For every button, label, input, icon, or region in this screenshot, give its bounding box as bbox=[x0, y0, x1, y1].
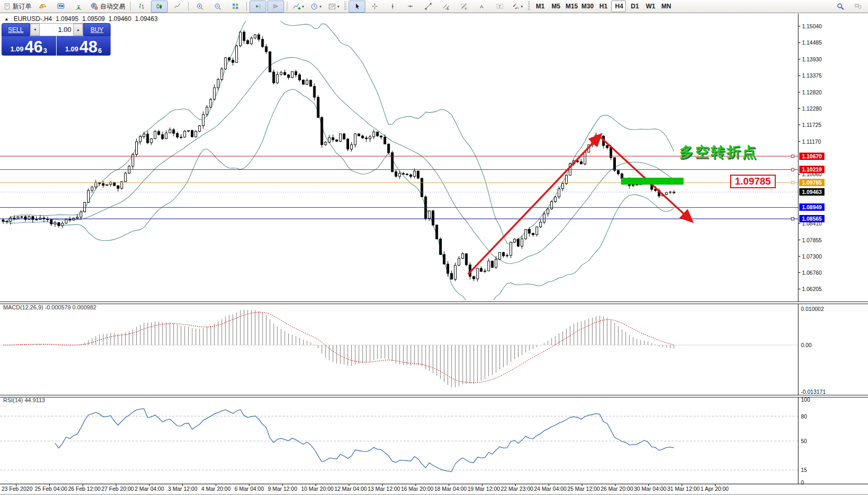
price-callout-label[interactable]: 1.09785 bbox=[730, 175, 776, 188]
strategy-tester-button[interactable] bbox=[52, 1, 69, 13]
sell-price-big: 46 bbox=[25, 40, 42, 55]
autotrading-icon bbox=[90, 2, 99, 10]
ohlc-high: 1.09509 bbox=[82, 15, 105, 23]
dropdown-caret-icon[interactable]: ▾ bbox=[319, 4, 321, 9]
indicators-button[interactable]: ▾ bbox=[290, 1, 307, 13]
dropdown-caret-icon[interactable]: ▾ bbox=[520, 4, 523, 9]
chart-window: ▲ EURUSD-,H4 1.09495 1.09509 1.09460 1.0… bbox=[0, 14, 868, 495]
price-axis-tick: 1.11170 bbox=[802, 138, 821, 145]
buy-price-big: 48 bbox=[80, 40, 97, 55]
rsi-pane-separator[interactable] bbox=[0, 395, 868, 397]
time-axis-label: 18 Mar 04:00 bbox=[435, 486, 467, 492]
time-axis-label: 24 Mar 04:00 bbox=[534, 486, 567, 492]
shift-icon bbox=[272, 3, 279, 10]
arrows-button[interactable]: ▾ bbox=[509, 1, 526, 13]
zoom-in-button[interactable] bbox=[191, 1, 208, 13]
linechart-icon bbox=[173, 3, 181, 10]
trendline-button[interactable] bbox=[420, 1, 437, 13]
candlestick-button[interactable] bbox=[151, 1, 168, 13]
volume-increase-button[interactable]: ▲ bbox=[73, 24, 83, 36]
text-label-button[interactable]: T bbox=[491, 1, 508, 13]
fibonacci-button[interactable]: F bbox=[455, 1, 472, 13]
timeframe-h1-button[interactable]: H1 bbox=[595, 1, 610, 12]
tile-windows-button[interactable] bbox=[227, 1, 244, 13]
chart-canvas[interactable] bbox=[0, 14, 868, 495]
chart-shift-button[interactable] bbox=[267, 1, 284, 13]
time-axis-label: 31 Mar 12:00 bbox=[667, 486, 700, 492]
vline-button[interactable] bbox=[384, 1, 401, 13]
ohlc-low: 1.09460 bbox=[108, 15, 131, 23]
autotrading-button[interactable]: 自动交易 bbox=[88, 1, 127, 13]
highlight-rectangle[interactable] bbox=[621, 178, 683, 185]
metaeditor-button[interactable] bbox=[35, 1, 51, 13]
zoom-out-button[interactable] bbox=[209, 1, 226, 13]
text-button[interactable]: A bbox=[473, 1, 490, 13]
volume-input[interactable] bbox=[40, 24, 73, 36]
macd-pane-separator[interactable] bbox=[0, 302, 868, 304]
auto-scroll-button[interactable] bbox=[249, 1, 266, 13]
trendline-icon bbox=[425, 3, 432, 10]
timeframe-m15-button[interactable]: M15 bbox=[563, 1, 578, 12]
channel-icon: E bbox=[442, 3, 450, 10]
templates-button[interactable]: ▾ bbox=[326, 1, 342, 13]
time-axis-label: 26 Mar 20:00 bbox=[601, 486, 633, 492]
price-tag: 1.09463 bbox=[799, 188, 824, 196]
time-axis-label: 23 Feb 2020 bbox=[2, 486, 32, 492]
search-button[interactable] bbox=[832, 1, 849, 13]
time-axis-label: 6 Mar 04:00 bbox=[235, 486, 264, 492]
gold-icon bbox=[39, 2, 47, 10]
toolbar-separator bbox=[130, 2, 131, 11]
time-axis-label: 16 Mar 20:00 bbox=[401, 486, 433, 492]
volume-stepper: ▼ ▲ bbox=[30, 23, 83, 36]
doc-icon bbox=[4, 3, 11, 10]
collapse-panel-icon[interactable]: ▲ bbox=[4, 16, 9, 21]
symbol-period-label: EURUSD-,H4 bbox=[14, 15, 52, 23]
equidistant-channel-button[interactable]: E bbox=[438, 1, 454, 13]
timeframe-h4-button[interactable]: H4 bbox=[611, 1, 626, 12]
price-axis-tick: 1.14485 bbox=[802, 39, 822, 46]
sell-price-button[interactable]: 1.09 46 3 bbox=[2, 36, 56, 56]
macd-scale-zero: 0.00 bbox=[801, 342, 811, 348]
crosshair-icon bbox=[371, 3, 378, 10]
chat-button[interactable] bbox=[850, 1, 866, 13]
dropdown-caret-icon[interactable]: ▾ bbox=[302, 4, 304, 9]
indicator-icon bbox=[292, 2, 301, 10]
timeframe-m15-button-label: M15 bbox=[566, 3, 578, 10]
mt4-window: 新订单自动交易▾▾▾EFAT▾M1M5M15M30H1H4D1W1MN ▲ EU… bbox=[0, 0, 868, 495]
timeframe-d1-button[interactable]: D1 bbox=[627, 1, 642, 12]
search-icon bbox=[837, 3, 844, 10]
time-axis-label: 1 Apr 20:00 bbox=[701, 486, 729, 492]
timeframe-m30-button[interactable]: M30 bbox=[579, 1, 594, 12]
buy-button[interactable]: BUY bbox=[83, 23, 111, 36]
macd-scale-top: 0.010002 bbox=[801, 306, 824, 312]
price-axis-tick: 1.13375 bbox=[802, 72, 822, 79]
zoomin-icon bbox=[196, 3, 204, 10]
periods-button[interactable]: ▾ bbox=[308, 1, 324, 13]
timeframe-w1-button[interactable]: W1 bbox=[643, 1, 657, 12]
crosshair-button[interactable] bbox=[366, 1, 383, 13]
toolbar-separator bbox=[287, 2, 287, 11]
line-chart-button[interactable] bbox=[169, 1, 186, 13]
volume-decrease-button[interactable]: ▼ bbox=[30, 24, 40, 36]
bar-chart-button[interactable] bbox=[133, 1, 150, 13]
rsi-scale-label: 50 bbox=[801, 438, 807, 444]
tester-icon bbox=[57, 2, 65, 10]
new-order-button-label: 新订单 bbox=[13, 2, 31, 11]
timeframe-h4-button-label: H4 bbox=[615, 3, 623, 10]
buy-price-button[interactable]: 1.09 48 6 bbox=[57, 36, 111, 56]
price-axis-tick: 1.06760 bbox=[802, 270, 822, 276]
dropdown-caret-icon[interactable]: ▾ bbox=[337, 4, 339, 9]
cursor-button[interactable] bbox=[349, 1, 365, 13]
timeframe-m1-button[interactable]: M1 bbox=[532, 1, 547, 12]
sell-button[interactable]: SELL bbox=[2, 23, 30, 36]
new-order-button[interactable]: 新订单 bbox=[2, 1, 34, 13]
hline-button[interactable] bbox=[402, 1, 419, 13]
timeframe-m5-button[interactable]: M5 bbox=[548, 1, 562, 12]
signals-button[interactable] bbox=[70, 1, 87, 13]
timeframe-mn-button[interactable]: MN bbox=[658, 1, 673, 12]
autotrading-button-label: 自动交易 bbox=[100, 2, 125, 11]
time-axis-label: 10 Mar 20:00 bbox=[301, 486, 334, 492]
turning-point-annotation[interactable]: 多空转折点 bbox=[679, 143, 758, 162]
macd-scale-bottom: -0.013171 bbox=[801, 389, 826, 395]
rsi-scale-label: 0 bbox=[801, 479, 804, 486]
